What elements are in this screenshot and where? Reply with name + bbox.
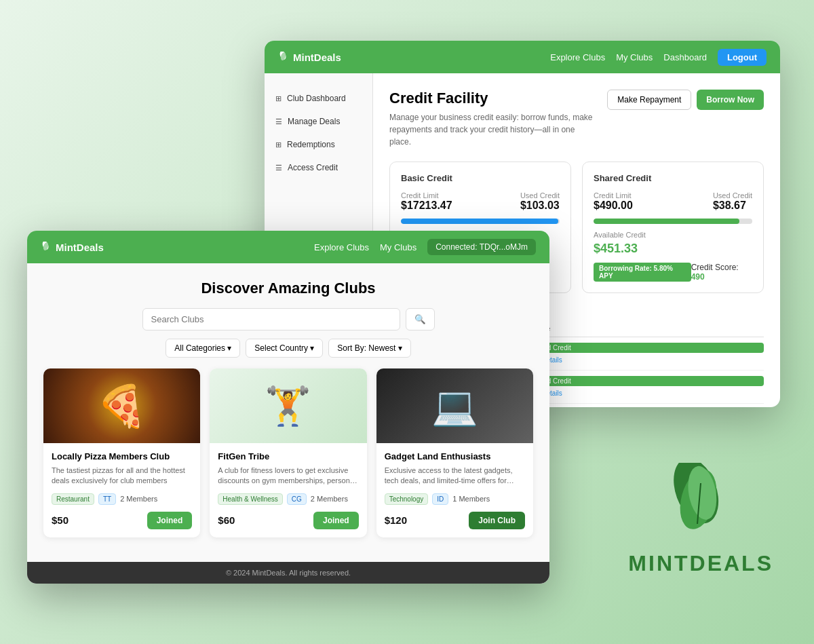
col-header-source: Source bbox=[525, 324, 764, 333]
discover-title: Discover Amazing Clubs bbox=[43, 280, 533, 297]
shared-credit-card: Shared Credit Credit Limit $490.00 Used … bbox=[582, 162, 764, 293]
basic-progress-fill bbox=[401, 219, 558, 224]
gadget-member-count: 1 Members bbox=[452, 495, 490, 503]
pizza-joined-button[interactable]: Joined bbox=[147, 512, 193, 529]
background-logo: MINTDEALS bbox=[628, 463, 773, 576]
club-tags-pizza: Restaurant TT 2 Members bbox=[52, 493, 192, 505]
logout-button[interactable]: Logout bbox=[718, 49, 767, 66]
sidebar-item-manage-deals[interactable]: ☰ Manage Deals bbox=[265, 110, 372, 133]
front-nav-links: Explore Clubs My Clubs Connected: TDQr..… bbox=[314, 239, 536, 255]
credit-actions: Make Repayment Borrow Now bbox=[607, 90, 764, 110]
front-brand-name: MintDeals bbox=[56, 242, 104, 253]
club-card-gadget: Gadget Land Enthusiasts Exclusive access… bbox=[376, 368, 533, 537]
filter-categories[interactable]: All Categories ▾ bbox=[166, 339, 240, 358]
logo-leaf-icon bbox=[660, 463, 741, 544]
filter-sort[interactable]: Sort By: Newest ▾ bbox=[328, 339, 410, 358]
shared-credit-limits-row: Credit Limit $490.00 Used Credit $38.67 bbox=[594, 191, 752, 212]
pizza-member-count: 2 Members bbox=[120, 495, 157, 503]
search-button[interactable]: 🔍 bbox=[406, 308, 435, 330]
fitgen-joined-button[interactable]: Joined bbox=[313, 512, 359, 529]
back-nav-brand: MintDeals bbox=[278, 52, 341, 63]
tag-restaurant: Restaurant bbox=[52, 493, 94, 505]
club-name-fitgen: FitGen Tribe bbox=[218, 451, 358, 461]
connected-button[interactable]: Connected: TDQr...oMJm bbox=[427, 239, 536, 255]
shared-used-value: $38.67 bbox=[713, 200, 752, 212]
back-nav-links: Explore Clubs My Clubs Dashboard Logout bbox=[550, 49, 767, 66]
fitgen-price: $60 bbox=[218, 514, 235, 526]
credit-score-value: 490 bbox=[691, 272, 705, 282]
row1-source: Shared Credit View Details bbox=[525, 343, 764, 364]
sidebar-label-redemptions: Redemptions bbox=[287, 140, 335, 149]
shared-credit-limit-label: Credit Limit bbox=[594, 191, 633, 200]
sidebar-item-club-dashboard[interactable]: ⊞ Club Dashboard bbox=[265, 87, 372, 110]
credit-header: Credit Facility Manage your business cre… bbox=[389, 90, 764, 148]
credit-title: Credit Facility bbox=[389, 90, 593, 107]
back-brand-name: MintDeals bbox=[293, 52, 341, 63]
basic-credit-limits-row: Credit Limit $17213.47 Used Credit $103.… bbox=[401, 191, 560, 212]
tag-tt: TT bbox=[98, 493, 116, 505]
club-card-fitgen: FitGen Tribe A club for fitness lovers t… bbox=[210, 368, 366, 537]
club-image-pizza bbox=[43, 368, 200, 443]
shared-credit-limit-col: Credit Limit $490.00 bbox=[594, 191, 633, 212]
clubs-grid: Locally Pizza Members Club The tastiest … bbox=[43, 368, 533, 537]
shared-credit-meta: Borrowing Rate: 5.80% APY Credit Score: … bbox=[594, 263, 752, 282]
manage-deals-icon: ☰ bbox=[275, 117, 282, 126]
borrow-now-button[interactable]: Borrow Now bbox=[697, 90, 764, 110]
sidebar-label-manage-deals: Manage Deals bbox=[288, 117, 340, 126]
basic-used-value: $103.03 bbox=[520, 200, 560, 212]
shared-progress-bar bbox=[594, 219, 752, 224]
club-body-pizza: Locally Pizza Members Club The tastiest … bbox=[43, 443, 200, 537]
club-footer-fitgen: $60 Joined bbox=[218, 512, 358, 529]
gadget-join-button[interactable]: Join Club bbox=[469, 512, 525, 529]
back-nav-myclubs[interactable]: My Clubs bbox=[616, 52, 653, 62]
sidebar-item-access-credit[interactable]: ☰ Access Credit bbox=[265, 156, 372, 179]
search-bar: 🔍 bbox=[43, 308, 533, 330]
sidebar-item-redemptions[interactable]: ⊞ Redemptions bbox=[265, 133, 372, 156]
credit-title-section: Credit Facility Manage your business cre… bbox=[389, 90, 593, 148]
row2-source: Shared Credit View Details bbox=[525, 376, 764, 398]
club-desc-fitgen: A club for fitness lovers to get exclusi… bbox=[218, 466, 358, 487]
basic-used-credit-col: Used Credit $103.03 bbox=[520, 191, 560, 212]
back-nav: MintDeals Explore Clubs My Clubs Dashboa… bbox=[265, 41, 780, 73]
discover-content: Discover Amazing Clubs 🔍 All Categories … bbox=[27, 263, 549, 584]
club-desc-pizza: The tastiest pizzas for all and the hott… bbox=[52, 466, 192, 487]
credit-score-label: Credit Score: bbox=[691, 263, 739, 272]
redemptions-icon: ⊞ bbox=[275, 140, 282, 149]
club-name-pizza: Locally Pizza Members Club bbox=[52, 451, 192, 461]
search-input[interactable] bbox=[142, 308, 400, 330]
tag-id: ID bbox=[432, 493, 448, 505]
shared-progress-fill bbox=[594, 219, 739, 224]
shared-credit-title: Shared Credit bbox=[594, 173, 752, 183]
footer-text: © 2024 MintDeals. All rights reserved. bbox=[226, 569, 351, 577]
shared-available-label: Available Credit bbox=[594, 231, 752, 239]
back-nav-explore[interactable]: Explore Clubs bbox=[550, 52, 605, 62]
pizza-price: $50 bbox=[52, 514, 69, 526]
club-footer-pizza: $50 Joined bbox=[52, 512, 192, 529]
access-credit-icon: ☰ bbox=[275, 164, 282, 172]
basic-credit-limit-label: Credit Limit bbox=[401, 191, 452, 200]
basic-credit-limit-value: $17213.47 bbox=[401, 200, 452, 212]
front-nav-myclubs[interactable]: My Clubs bbox=[380, 242, 416, 252]
basic-progress-bar bbox=[401, 219, 560, 224]
back-nav-dashboard[interactable]: Dashboard bbox=[663, 52, 707, 62]
shared-credit-limit-value: $490.00 bbox=[594, 200, 633, 212]
shared-credit-badge-1: Shared Credit bbox=[525, 343, 764, 353]
club-desc-gadget: Exclusive access to the latest gadgets, … bbox=[385, 466, 525, 487]
basic-used-label: Used Credit bbox=[520, 191, 560, 200]
filter-country[interactable]: Select Country ▾ bbox=[246, 339, 323, 358]
shared-credit-badge-2: Shared Credit bbox=[525, 376, 764, 386]
tag-health: Health & Wellness bbox=[218, 493, 283, 505]
footer-bar: © 2024 MintDeals. All rights reserved. bbox=[27, 562, 549, 584]
make-repayment-button[interactable]: Make Repayment bbox=[607, 90, 691, 110]
sidebar-label-access-credit: Access Credit bbox=[288, 163, 338, 172]
filters-bar: All Categories ▾ Select Country ▾ Sort B… bbox=[43, 339, 533, 358]
club-footer-gadget: $120 Join Club bbox=[385, 512, 525, 529]
front-nav-explore[interactable]: Explore Clubs bbox=[314, 242, 369, 252]
club-image-gadget bbox=[376, 368, 533, 443]
club-card-pizza: Locally Pizza Members Club The tastiest … bbox=[43, 368, 200, 537]
club-name-gadget: Gadget Land Enthusiasts bbox=[385, 451, 525, 461]
credit-score-box: Credit Score: 490 bbox=[691, 263, 752, 282]
shared-used-label: Used Credit bbox=[713, 191, 752, 200]
credit-desc: Manage your business credit easily: borr… bbox=[389, 111, 593, 148]
tag-cg: CG bbox=[287, 493, 307, 505]
